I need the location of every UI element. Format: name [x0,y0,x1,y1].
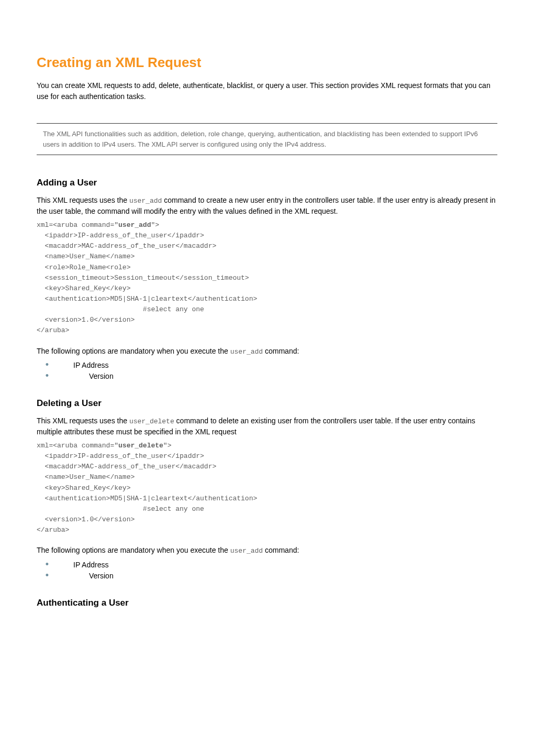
options-list-delete: •IP Address •Version [37,560,497,582]
desc-pre: This XML requests uses the [37,196,129,204]
code-prefix: xml=<aruba command=" [37,442,118,450]
code-body: "> <ipaddr>IP-address_of_the_user</ipadd… [37,442,257,534]
mandatory-post: command: [263,546,299,554]
option-label: Version [89,571,114,582]
intro-paragraph: You can create XML requests to add, dele… [37,80,497,102]
option-label: Version [89,371,114,382]
codeblock-user-add: xml=<aruba command="user_add"> <ipaddr>I… [37,220,497,336]
inline-code-mandatory-add: user_add [230,348,263,356]
mandatory-pre: The following options are mandatory when… [37,347,230,355]
bullet-icon: • [42,561,52,568]
inline-code-user-add: user_add [129,197,162,205]
section-heading-delete: Deleting a User [37,397,497,410]
code-prefix: xml=<aruba command=" [37,221,118,229]
mandatory-pre: The following options are mandatory when… [37,546,230,554]
codeblock-user-delete: xml=<aruba command="user_delete"> <ipadd… [37,441,497,535]
section-heading-auth: Authenticating a User [37,596,497,610]
mandatory-delete-text: The following options are mandatory when… [37,545,497,556]
bullet-icon: • [42,372,52,379]
page-title: Creating an XML Request [37,52,497,73]
list-item: •Version [37,571,497,582]
note-box: The XML API functionalities such as addi… [37,123,497,155]
mandatory-post: command: [263,347,299,355]
section-heading-add: Adding a User [37,176,497,190]
options-list-add: •IP Address •Version [37,360,497,382]
code-cmd: user_delete [118,442,163,450]
option-label: IP Address [73,560,108,571]
list-item: •Version [37,371,497,382]
section-add-description: This XML requests uses the user_add comm… [37,195,497,217]
list-item: •IP Address [37,560,497,571]
code-body: "> <ipaddr>IP-address_of_the_user</ipadd… [37,221,257,334]
list-item: •IP Address [37,360,497,371]
bullet-icon: • [42,361,52,368]
desc-pre: This XML requests uses the [37,417,129,425]
bullet-icon: • [42,572,52,579]
option-label: IP Address [73,360,108,371]
mandatory-add-text: The following options are mandatory when… [37,346,497,357]
inline-code-user-delete: user_delete [129,418,174,425]
section-delete-description: This XML requests uses the user_delete c… [37,415,497,438]
inline-code-mandatory-delete: user_add [230,547,263,555]
code-cmd: user_add [118,221,151,229]
